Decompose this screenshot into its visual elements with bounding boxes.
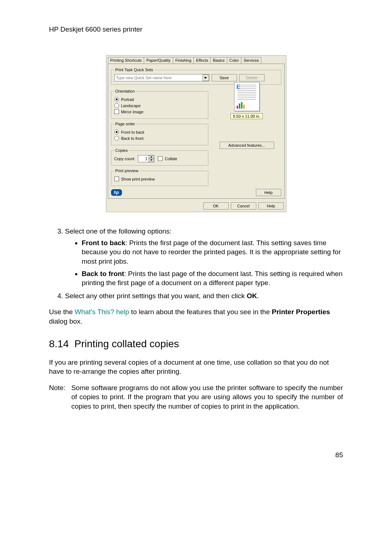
copies-legend: Copies <box>114 148 129 153</box>
bullet-front-to-back: Front to back: Prints the first page of … <box>82 238 343 266</box>
spin-down-button[interactable] <box>149 159 154 162</box>
bullet-back-to-front: Back to front: Prints the last page of t… <box>82 269 343 288</box>
page-dimensions-label: 8.50 x 11.00 in. <box>230 113 263 119</box>
radio-label: Portrait <box>121 97 134 102</box>
radio-icon <box>114 97 119 102</box>
tab-color[interactable]: Color <box>227 57 241 64</box>
radio-label: Front to back <box>121 130 144 134</box>
advanced-features-button[interactable]: Advanced features... <box>220 142 274 149</box>
check-label: Mirror image <box>121 110 144 114</box>
dialog-body: Print Task Quick Sets Save Delete Orien <box>108 64 285 199</box>
copy-count-spinner[interactable] <box>138 155 154 162</box>
hp-logo-icon: hp <box>111 189 122 196</box>
checkbox-icon <box>114 177 119 181</box>
quickset-name-combo[interactable] <box>114 74 209 81</box>
document-body: Select one of the following options: Fro… <box>49 227 343 411</box>
tab-effects[interactable]: Effects <box>193 57 211 64</box>
copies-group: Copies Copy count <box>111 148 208 166</box>
orientation-legend: Orientation <box>114 89 136 93</box>
tab-basics[interactable]: Basics <box>210 57 227 64</box>
dialog-tabs: Printing Shortcuts Paper/Quality Finishi… <box>106 56 286 64</box>
tab-shortcuts[interactable]: Printing Shortcuts <box>108 57 144 64</box>
delete-button: Delete <box>239 74 265 81</box>
chevron-down-icon <box>204 77 207 79</box>
help-button[interactable]: Help <box>258 202 284 210</box>
note-block: Note: Some software programs do not allo… <box>49 383 343 411</box>
radio-front-to-back[interactable]: Front to back <box>114 130 205 134</box>
spin-up-button[interactable] <box>149 155 154 159</box>
step-3: Select one of the following options: Fro… <box>65 227 343 288</box>
step-4: Select any other print settings that you… <box>65 291 343 301</box>
checkbox-icon <box>158 156 163 161</box>
page-header: HP Deskjet 6600 series printer <box>49 25 343 33</box>
radio-label: Landscape <box>121 104 141 108</box>
print-preview-group: Print preview Show print preview <box>111 169 208 186</box>
radio-landscape[interactable]: Landscape <box>114 103 205 108</box>
orientation-group: Orientation Portrait Landscape Mirror im… <box>111 89 208 119</box>
tab-services[interactable]: Services <box>241 57 261 64</box>
chevron-up-icon <box>150 156 152 158</box>
page-order-group: Page order Front to back Back to front <box>111 122 208 145</box>
save-button[interactable]: Save <box>212 74 237 81</box>
print-preview-legend: Print preview <box>114 169 140 173</box>
whats-this-paragraph: Use the What's This? help to learn about… <box>49 307 343 326</box>
radio-label: Back to front <box>121 136 144 141</box>
check-show-preview[interactable]: Show print preview <box>114 177 205 181</box>
page-number: 85 <box>49 451 343 459</box>
whats-this-link[interactable]: What's This? help <box>75 308 129 316</box>
quicksets-legend: Print Task Quick Sets <box>114 68 154 72</box>
printer-properties-dialog: Printing Shortcuts Paper/Quality Finishi… <box>106 55 286 212</box>
radio-portrait[interactable]: Portrait <box>114 97 205 102</box>
copy-count-input[interactable] <box>138 155 148 162</box>
note-label: Note: <box>49 383 65 411</box>
check-mirror[interactable]: Mirror image <box>114 109 205 114</box>
tab-paper-quality[interactable]: Paper/Quality <box>144 57 173 64</box>
check-label: Collate <box>165 157 177 161</box>
page-preview-icon: E <box>234 82 260 111</box>
radio-back-to-front[interactable]: Back to front <box>114 136 205 141</box>
mini-chart-icon <box>237 102 245 109</box>
radio-icon <box>114 103 119 108</box>
radio-icon <box>114 130 119 134</box>
check-collate[interactable]: Collate <box>158 156 177 161</box>
preview-column: E 8.50 x 11.00 in. Advanced features... <box>216 82 278 149</box>
page-order-legend: Page order <box>114 122 136 126</box>
copy-count-label: Copy count <box>114 157 135 161</box>
quickset-name-input[interactable] <box>115 76 203 80</box>
section-intro: If you are printing several copies of a … <box>49 358 343 376</box>
checkbox-icon <box>114 109 119 114</box>
tab-finishing[interactable]: Finishing <box>173 57 194 64</box>
cancel-button[interactable]: Cancel <box>231 202 256 210</box>
dropdown-button[interactable] <box>203 74 208 81</box>
help-button-inner[interactable]: Help <box>256 189 281 196</box>
radio-icon <box>114 136 119 141</box>
section-heading: 8.14 Printing collated copies <box>49 337 343 351</box>
chevron-down-icon <box>150 159 152 161</box>
check-label: Show print preview <box>121 177 155 181</box>
ok-button[interactable]: OK <box>203 202 229 210</box>
note-body: Some software programs do not allow you … <box>71 383 343 411</box>
dialog-footer: OK Cancel Help <box>106 200 286 212</box>
letter-e-icon: E <box>237 84 241 90</box>
